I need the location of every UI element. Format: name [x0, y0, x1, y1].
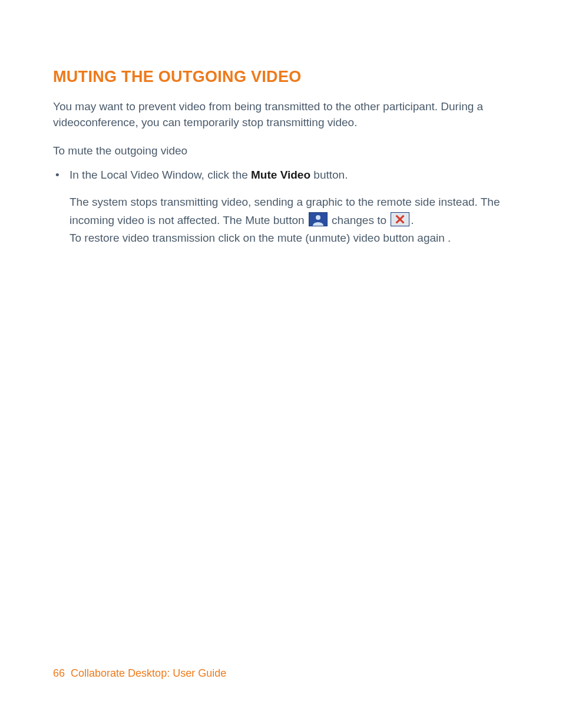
mute-video-icon	[309, 212, 328, 226]
svg-point-1	[316, 215, 320, 220]
instruction-detail: The system stops transmitting video, sen…	[70, 193, 510, 247]
detail-part2: changes to	[329, 214, 390, 226]
page-content: MUTING THE OUTGOING VIDEO You may want t…	[53, 68, 510, 248]
page-number: 66	[53, 667, 65, 679]
footer-title: Collaborate Desktop: User Guide	[71, 667, 226, 679]
instruction-list: In the Local Video Window, click the Mut…	[53, 167, 510, 248]
muted-video-icon	[391, 212, 409, 226]
page-footer: 66 Collaborate Desktop: User Guide	[53, 667, 226, 680]
detail-part1: The system stops transmitting video, sen…	[70, 196, 500, 226]
mute-video-label: Mute Video	[251, 169, 310, 181]
detail-part3: .	[411, 214, 414, 226]
detail-restore: To restore video transmission click on t…	[70, 232, 451, 244]
section-heading: MUTING THE OUTGOING VIDEO	[53, 68, 510, 86]
instruction-suffix: button.	[310, 169, 348, 181]
lead-line: To mute the outgoing video	[53, 143, 510, 159]
instruction-item: In the Local Video Window, click the Mut…	[70, 167, 510, 248]
instruction-prefix: In the Local Video Window, click the	[70, 169, 251, 181]
intro-paragraph: You may want to prevent video from being…	[53, 99, 510, 130]
